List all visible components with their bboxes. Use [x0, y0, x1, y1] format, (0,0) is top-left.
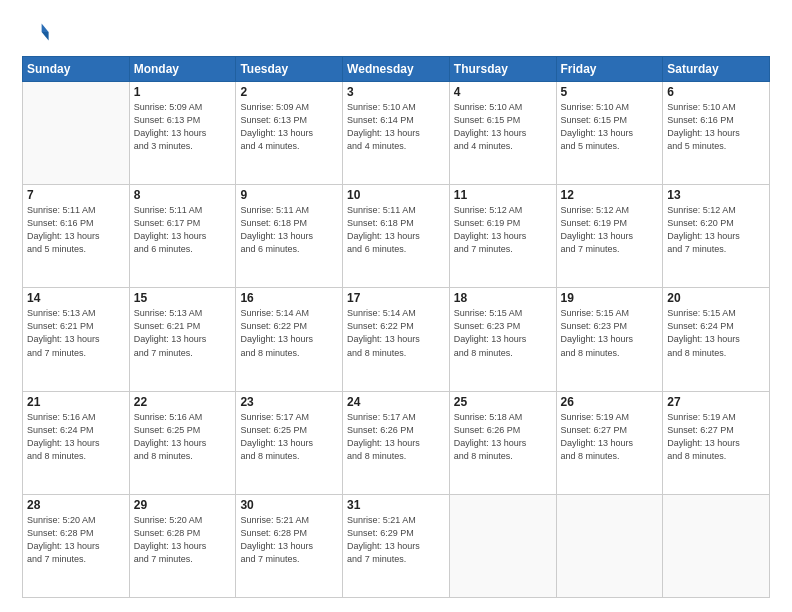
- day-info: Sunrise: 5:10 AM Sunset: 6:14 PM Dayligh…: [347, 101, 445, 153]
- calendar-cell: 15Sunrise: 5:13 AM Sunset: 6:21 PM Dayli…: [129, 288, 236, 391]
- calendar-cell: 29Sunrise: 5:20 AM Sunset: 6:28 PM Dayli…: [129, 494, 236, 597]
- day-number: 4: [454, 85, 552, 99]
- calendar-week-row: 21Sunrise: 5:16 AM Sunset: 6:24 PM Dayli…: [23, 391, 770, 494]
- calendar-cell: 1Sunrise: 5:09 AM Sunset: 6:13 PM Daylig…: [129, 82, 236, 185]
- day-number: 28: [27, 498, 125, 512]
- day-number: 27: [667, 395, 765, 409]
- calendar-cell: [23, 82, 130, 185]
- calendar-week-row: 7Sunrise: 5:11 AM Sunset: 6:16 PM Daylig…: [23, 185, 770, 288]
- day-info: Sunrise: 5:21 AM Sunset: 6:29 PM Dayligh…: [347, 514, 445, 566]
- day-number: 29: [134, 498, 232, 512]
- day-info: Sunrise: 5:14 AM Sunset: 6:22 PM Dayligh…: [240, 307, 338, 359]
- day-info: Sunrise: 5:11 AM Sunset: 6:18 PM Dayligh…: [240, 204, 338, 256]
- day-info: Sunrise: 5:17 AM Sunset: 6:26 PM Dayligh…: [347, 411, 445, 463]
- calendar-cell: [556, 494, 663, 597]
- day-info: Sunrise: 5:11 AM Sunset: 6:17 PM Dayligh…: [134, 204, 232, 256]
- calendar-cell: 11Sunrise: 5:12 AM Sunset: 6:19 PM Dayli…: [449, 185, 556, 288]
- calendar-cell: 8Sunrise: 5:11 AM Sunset: 6:17 PM Daylig…: [129, 185, 236, 288]
- day-number: 15: [134, 291, 232, 305]
- day-number: 23: [240, 395, 338, 409]
- svg-marker-1: [42, 32, 49, 40]
- day-number: 30: [240, 498, 338, 512]
- calendar-cell: 16Sunrise: 5:14 AM Sunset: 6:22 PM Dayli…: [236, 288, 343, 391]
- day-info: Sunrise: 5:10 AM Sunset: 6:15 PM Dayligh…: [454, 101, 552, 153]
- day-number: 11: [454, 188, 552, 202]
- day-number: 12: [561, 188, 659, 202]
- weekday-header-row: SundayMondayTuesdayWednesdayThursdayFrid…: [23, 57, 770, 82]
- weekday-header: Saturday: [663, 57, 770, 82]
- calendar-cell: 24Sunrise: 5:17 AM Sunset: 6:26 PM Dayli…: [343, 391, 450, 494]
- logo-icon: [22, 18, 50, 46]
- calendar-cell: 19Sunrise: 5:15 AM Sunset: 6:23 PM Dayli…: [556, 288, 663, 391]
- day-info: Sunrise: 5:12 AM Sunset: 6:20 PM Dayligh…: [667, 204, 765, 256]
- day-number: 8: [134, 188, 232, 202]
- weekday-header: Tuesday: [236, 57, 343, 82]
- day-info: Sunrise: 5:10 AM Sunset: 6:16 PM Dayligh…: [667, 101, 765, 153]
- calendar-cell: 26Sunrise: 5:19 AM Sunset: 6:27 PM Dayli…: [556, 391, 663, 494]
- day-info: Sunrise: 5:15 AM Sunset: 6:24 PM Dayligh…: [667, 307, 765, 359]
- calendar-week-row: 28Sunrise: 5:20 AM Sunset: 6:28 PM Dayli…: [23, 494, 770, 597]
- day-info: Sunrise: 5:20 AM Sunset: 6:28 PM Dayligh…: [134, 514, 232, 566]
- day-number: 1: [134, 85, 232, 99]
- day-info: Sunrise: 5:21 AM Sunset: 6:28 PM Dayligh…: [240, 514, 338, 566]
- calendar-cell: 5Sunrise: 5:10 AM Sunset: 6:15 PM Daylig…: [556, 82, 663, 185]
- day-info: Sunrise: 5:12 AM Sunset: 6:19 PM Dayligh…: [561, 204, 659, 256]
- day-number: 19: [561, 291, 659, 305]
- weekday-header: Sunday: [23, 57, 130, 82]
- header: [22, 18, 770, 46]
- calendar-cell: 21Sunrise: 5:16 AM Sunset: 6:24 PM Dayli…: [23, 391, 130, 494]
- day-number: 25: [454, 395, 552, 409]
- day-info: Sunrise: 5:18 AM Sunset: 6:26 PM Dayligh…: [454, 411, 552, 463]
- day-number: 18: [454, 291, 552, 305]
- day-number: 21: [27, 395, 125, 409]
- day-number: 31: [347, 498, 445, 512]
- calendar-cell: 3Sunrise: 5:10 AM Sunset: 6:14 PM Daylig…: [343, 82, 450, 185]
- calendar-cell: 4Sunrise: 5:10 AM Sunset: 6:15 PM Daylig…: [449, 82, 556, 185]
- page: SundayMondayTuesdayWednesdayThursdayFrid…: [0, 0, 792, 612]
- day-number: 10: [347, 188, 445, 202]
- day-number: 6: [667, 85, 765, 99]
- day-info: Sunrise: 5:15 AM Sunset: 6:23 PM Dayligh…: [561, 307, 659, 359]
- calendar-cell: 12Sunrise: 5:12 AM Sunset: 6:19 PM Dayli…: [556, 185, 663, 288]
- calendar-cell: 23Sunrise: 5:17 AM Sunset: 6:25 PM Dayli…: [236, 391, 343, 494]
- day-number: 16: [240, 291, 338, 305]
- calendar-table: SundayMondayTuesdayWednesdayThursdayFrid…: [22, 56, 770, 598]
- calendar-cell: 17Sunrise: 5:14 AM Sunset: 6:22 PM Dayli…: [343, 288, 450, 391]
- day-number: 24: [347, 395, 445, 409]
- calendar-cell: 14Sunrise: 5:13 AM Sunset: 6:21 PM Dayli…: [23, 288, 130, 391]
- day-number: 2: [240, 85, 338, 99]
- day-number: 3: [347, 85, 445, 99]
- day-number: 5: [561, 85, 659, 99]
- calendar-cell: 28Sunrise: 5:20 AM Sunset: 6:28 PM Dayli…: [23, 494, 130, 597]
- day-info: Sunrise: 5:16 AM Sunset: 6:24 PM Dayligh…: [27, 411, 125, 463]
- day-info: Sunrise: 5:10 AM Sunset: 6:15 PM Dayligh…: [561, 101, 659, 153]
- day-info: Sunrise: 5:11 AM Sunset: 6:16 PM Dayligh…: [27, 204, 125, 256]
- calendar-cell: 6Sunrise: 5:10 AM Sunset: 6:16 PM Daylig…: [663, 82, 770, 185]
- calendar-cell: 9Sunrise: 5:11 AM Sunset: 6:18 PM Daylig…: [236, 185, 343, 288]
- calendar-week-row: 1Sunrise: 5:09 AM Sunset: 6:13 PM Daylig…: [23, 82, 770, 185]
- day-info: Sunrise: 5:19 AM Sunset: 6:27 PM Dayligh…: [561, 411, 659, 463]
- day-info: Sunrise: 5:13 AM Sunset: 6:21 PM Dayligh…: [27, 307, 125, 359]
- day-info: Sunrise: 5:11 AM Sunset: 6:18 PM Dayligh…: [347, 204, 445, 256]
- day-number: 7: [27, 188, 125, 202]
- day-info: Sunrise: 5:09 AM Sunset: 6:13 PM Dayligh…: [134, 101, 232, 153]
- day-info: Sunrise: 5:09 AM Sunset: 6:13 PM Dayligh…: [240, 101, 338, 153]
- day-number: 17: [347, 291, 445, 305]
- calendar-cell: 10Sunrise: 5:11 AM Sunset: 6:18 PM Dayli…: [343, 185, 450, 288]
- day-info: Sunrise: 5:14 AM Sunset: 6:22 PM Dayligh…: [347, 307, 445, 359]
- calendar-cell: [449, 494, 556, 597]
- day-info: Sunrise: 5:19 AM Sunset: 6:27 PM Dayligh…: [667, 411, 765, 463]
- calendar-cell: 25Sunrise: 5:18 AM Sunset: 6:26 PM Dayli…: [449, 391, 556, 494]
- day-number: 26: [561, 395, 659, 409]
- weekday-header: Thursday: [449, 57, 556, 82]
- day-number: 13: [667, 188, 765, 202]
- calendar-cell: 18Sunrise: 5:15 AM Sunset: 6:23 PM Dayli…: [449, 288, 556, 391]
- weekday-header: Friday: [556, 57, 663, 82]
- day-info: Sunrise: 5:17 AM Sunset: 6:25 PM Dayligh…: [240, 411, 338, 463]
- calendar-cell: [663, 494, 770, 597]
- svg-marker-0: [42, 24, 49, 32]
- day-info: Sunrise: 5:16 AM Sunset: 6:25 PM Dayligh…: [134, 411, 232, 463]
- calendar-cell: 13Sunrise: 5:12 AM Sunset: 6:20 PM Dayli…: [663, 185, 770, 288]
- day-info: Sunrise: 5:15 AM Sunset: 6:23 PM Dayligh…: [454, 307, 552, 359]
- day-number: 20: [667, 291, 765, 305]
